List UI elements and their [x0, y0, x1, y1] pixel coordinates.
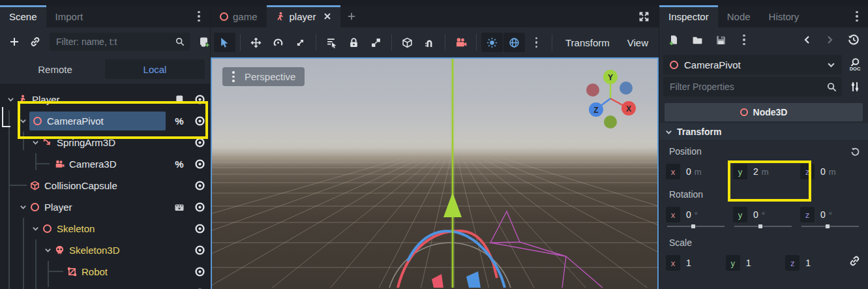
tree-row-camerapivot[interactable]: CameraPivot % — [0, 110, 210, 132]
expand-chevron-icon[interactable] — [16, 117, 29, 125]
open-docs-button[interactable]: DOC — [846, 55, 864, 74]
expand-chevron-icon[interactable] — [4, 96, 17, 103]
rotation-gizmo[interactable] — [387, 231, 513, 288]
position-y-field[interactable]: y 2 m — [733, 162, 794, 181]
camera-preview-button[interactable] — [450, 33, 471, 52]
new-resource-button[interactable] — [665, 31, 683, 49]
transform-menu[interactable]: Transform — [557, 37, 618, 48]
slider-knob[interactable] — [758, 224, 762, 228]
rotation-z-field[interactable]: z 0 ° — [800, 205, 861, 224]
tree-row-bullet[interactable]: Bullet — [0, 282, 210, 289]
tab-player-scene[interactable]: player — [267, 5, 341, 27]
unique-name-badge[interactable]: % — [170, 115, 189, 127]
y-move-arrow[interactable] — [443, 192, 462, 217]
rotation-x-field[interactable]: x 0 ° — [666, 205, 727, 224]
tab-node[interactable]: Node — [718, 5, 760, 27]
visibility-eye-icon[interactable] — [189, 137, 210, 148]
tab-import[interactable]: Import — [46, 5, 93, 27]
visibility-eye-icon[interactable] — [189, 266, 210, 277]
lock-node-button[interactable] — [343, 33, 365, 52]
visibility-eye-icon[interactable] — [189, 245, 210, 256]
revert-position-button[interactable] — [850, 147, 860, 157]
close-tab-icon[interactable] — [323, 12, 331, 20]
history-back-button[interactable] — [798, 31, 816, 49]
class-header-node3d[interactable]: Node3D — [665, 103, 863, 121]
rotation-x-slider[interactable] — [667, 226, 725, 227]
dock-menu-icon[interactable] — [193, 11, 205, 22]
resource-menu-button[interactable] — [735, 31, 753, 49]
tab-game-scene[interactable]: game — [211, 5, 267, 27]
tree-row-robot[interactable]: Robot — [0, 261, 210, 282]
save-resource-button[interactable] — [711, 31, 730, 49]
slider-knob[interactable] — [826, 224, 830, 228]
expand-chevron-icon[interactable] — [29, 225, 42, 232]
x-plane-handle[interactable] — [432, 274, 443, 288]
viewport-3d[interactable]: Perspective Y X Z — [211, 57, 659, 289]
slider-knob[interactable] — [691, 224, 695, 228]
unique-name-badge[interactable]: % — [170, 159, 189, 170]
x-rotation-ring[interactable] — [398, 231, 497, 288]
expand-chevron-icon[interactable] — [29, 139, 42, 146]
rotate-tool-button[interactable] — [267, 33, 289, 52]
y-axis-gizmo[interactable] — [443, 59, 462, 288]
dock-menu-icon[interactable] — [851, 11, 863, 22]
z-rotation-ring[interactable] — [408, 231, 505, 288]
position-x-field[interactable]: x 0 m — [666, 162, 727, 181]
add-node-button[interactable] — [5, 33, 23, 51]
visibility-eye-icon[interactable] — [189, 115, 210, 127]
view-menu[interactable]: View — [619, 37, 657, 48]
tree-row-player-instance[interactable]: Player — [0, 196, 210, 218]
scale-tool-button[interactable] — [290, 33, 311, 52]
rotation-y-field[interactable]: y 0 ° — [733, 205, 794, 224]
scale-z-field[interactable]: z 1 — [785, 253, 839, 273]
inspector-tools-button[interactable] — [846, 78, 864, 96]
z-plane-handle[interactable] — [466, 271, 481, 288]
visibility-eye-icon[interactable] — [189, 94, 210, 105]
tab-scene[interactable]: Scene — [0, 5, 46, 27]
scene-filter-input[interactable] — [55, 36, 175, 48]
snap-button[interactable] — [419, 33, 440, 52]
group-nodes-button[interactable] — [365, 33, 387, 52]
editable-children-badge-icon[interactable] — [170, 202, 189, 213]
tree-row-skeleton[interactable]: Skeleton — [0, 218, 210, 239]
neg-x-axis-ball[interactable] — [586, 84, 599, 97]
scale-link-button[interactable] — [849, 256, 860, 269]
expand-chevron-icon[interactable] — [16, 204, 29, 211]
axis-navigation-gizmo[interactable]: Y X Z — [571, 61, 650, 133]
script-badge-icon[interactable] — [170, 95, 189, 104]
visibility-eye-icon[interactable] — [189, 202, 210, 213]
tree-row-player-root[interactable]: Player — [0, 89, 210, 110]
visibility-eye-icon[interactable] — [189, 180, 210, 191]
sun-environment-menu-button[interactable] — [526, 33, 547, 52]
instance-scene-button[interactable] — [26, 33, 44, 51]
tree-row-springarm3d[interactable]: SpringArm3D — [0, 132, 210, 153]
remote-tab[interactable]: Remote — [5, 59, 105, 79]
object-history-button[interactable] — [845, 31, 863, 49]
tree-row-collisioncapsule[interactable]: CollisionCapsule — [0, 175, 210, 196]
ruler-mode-button[interactable] — [397, 33, 418, 52]
history-forward-button[interactable] — [821, 31, 839, 49]
visibility-eye-icon[interactable] — [189, 223, 210, 234]
tree-row-skeleton3d[interactable]: Skeleton3D — [0, 239, 210, 261]
tab-inspector[interactable]: Inspector — [659, 5, 718, 27]
rotation-y-slider[interactable] — [734, 226, 792, 227]
expand-chevron-icon[interactable] — [41, 247, 54, 254]
neg-y-axis-ball[interactable] — [604, 115, 617, 129]
projection-menu-button[interactable]: Perspective — [222, 67, 305, 86]
visibility-eye-icon[interactable] — [189, 159, 210, 170]
position-z-field[interactable]: z 0 m — [800, 162, 861, 181]
move-tool-button[interactable] — [245, 33, 267, 52]
transform-group-header[interactable]: Transform — [659, 123, 868, 141]
scale-x-field[interactable]: x 1 — [666, 253, 720, 273]
select-list-button[interactable] — [321, 33, 342, 52]
local-tab[interactable]: Local — [105, 59, 205, 79]
toggle-sun-button[interactable] — [481, 33, 503, 52]
select-tool-button[interactable] — [214, 33, 235, 52]
neg-z-axis-ball[interactable] — [620, 82, 633, 95]
rotation-z-slider[interactable] — [801, 226, 859, 227]
toggle-environment-button[interactable] — [503, 33, 525, 52]
scale-y-field[interactable]: y 1 — [726, 253, 780, 273]
property-filter-input[interactable] — [668, 81, 827, 93]
new-tab-button[interactable] — [340, 5, 363, 27]
tab-history[interactable]: History — [760, 5, 809, 27]
